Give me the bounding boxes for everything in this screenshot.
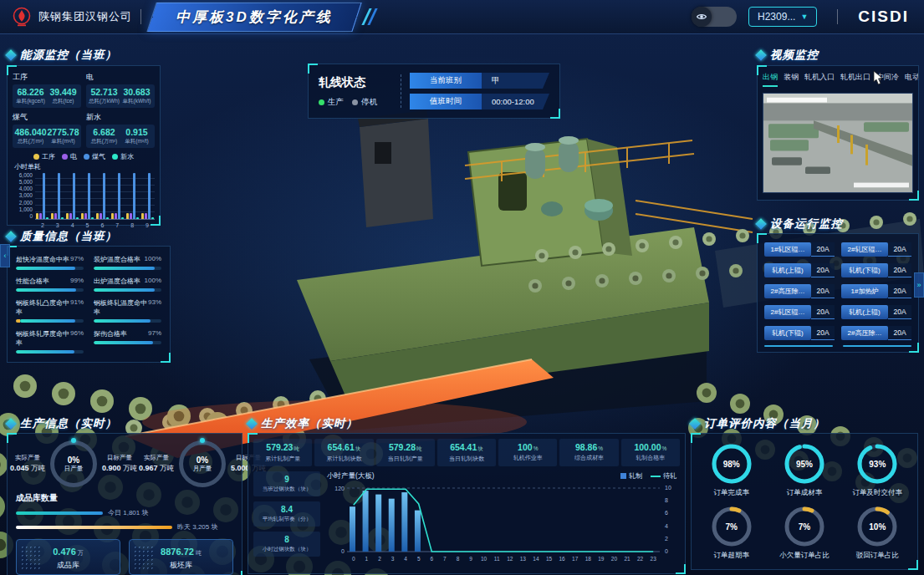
quality-bar xyxy=(94,288,161,292)
equipment-name-chip[interactable]: 轧机(上辊) xyxy=(764,263,811,277)
quality-item: 钢板终轧温度命中率93% xyxy=(94,298,161,323)
equipment-scroll-indicator[interactable] xyxy=(758,343,918,352)
status-row: 当前班别甲 xyxy=(410,73,549,89)
quality-label: 钢板终轧凸度命中率 xyxy=(16,298,70,317)
energy-bar-group: 7 xyxy=(111,172,124,219)
stat-unit: % xyxy=(533,445,539,451)
energy-panel: 能源监控（当班） 工序68.226单耗(kgce/t)39.449总耗(tce)… xyxy=(7,47,161,226)
quality-collapse-tab[interactable]: ‹ xyxy=(0,244,10,267)
chart-legend-item: 轧制 xyxy=(620,471,642,481)
x-tick-label: 9 xyxy=(145,222,149,228)
ring-label: 订单及时交付率 xyxy=(853,488,903,498)
energy-group-name: 新水 xyxy=(86,112,155,123)
line-status-legend: 生产停机 xyxy=(319,97,392,108)
equipment-expand-tab[interactable]: » xyxy=(914,272,924,298)
energy-value: 68.226 xyxy=(14,87,47,97)
bar xyxy=(126,213,129,219)
energy-bar-group: 6 xyxy=(96,172,109,219)
gauge-left-label: 实际产量 xyxy=(138,454,175,462)
stat-unit: 吨 xyxy=(416,445,422,451)
video-tab-装钢[interactable]: 装钢 xyxy=(784,72,799,87)
video-tab-轧机出口[interactable]: 轧机出口 xyxy=(840,72,870,87)
equipment-name-chip[interactable]: 2#高压除… xyxy=(841,326,888,340)
equipment-row: 1#轧区辊…20A2#轧区辊…20A xyxy=(764,242,911,257)
order-ring: 98%订单完成率 xyxy=(697,442,766,498)
energy-unit-label: 总耗(万kWh) xyxy=(88,98,120,105)
cisdi-logo: CISDI xyxy=(858,8,909,26)
bar xyxy=(39,213,42,219)
energy-bar-group: 9 xyxy=(141,172,154,219)
svg-text:2: 2 xyxy=(378,556,381,562)
equipment-name-chip[interactable]: 轧机(下辊) xyxy=(764,326,811,340)
quality-item: 性能合格率99% xyxy=(16,277,84,292)
stat-value: 579.23吨 xyxy=(254,442,311,453)
bar-legend-icon xyxy=(620,473,626,479)
video-tab-出钢[interactable]: 出钢 xyxy=(763,72,778,87)
svg-text:5: 5 xyxy=(417,556,421,562)
equipment-name-chip[interactable]: 轧机(下辊) xyxy=(841,263,888,277)
line-select-dropdown[interactable]: H2309... ▼ xyxy=(748,7,817,27)
equipment-name-chip[interactable]: 1#加热炉 xyxy=(841,284,888,298)
equipment-value: 20A xyxy=(811,242,835,257)
x-tick-label: 4 xyxy=(71,222,74,228)
status-row-label: 值班时间 xyxy=(410,94,482,109)
diamond-icon xyxy=(689,418,701,430)
banner-slashes-decor xyxy=(365,8,374,25)
line-status-panel: 轧线状态 生产停机 当前班别甲值班时间00:00-12:00 xyxy=(308,64,560,119)
order-ring: 10%驳回订单占比 xyxy=(843,505,912,561)
cctv-video-feed[interactable] xyxy=(763,93,913,193)
y-tick-label: 3,000 xyxy=(11,192,33,198)
quality-percent: 96% xyxy=(70,329,84,348)
status-divider xyxy=(401,74,401,108)
equipment-name-chip[interactable]: 2#轧区辊… xyxy=(841,242,888,257)
energy-value: 39.449 xyxy=(47,87,79,97)
equipment-name-chip[interactable]: 2#轧区辊… xyxy=(764,305,811,319)
x-tick-label: 7 xyxy=(115,222,119,228)
bar xyxy=(148,173,151,219)
svg-text:1: 1 xyxy=(365,556,369,562)
energy-unit-label: 单耗(kWh/t) xyxy=(120,98,153,105)
bar xyxy=(43,173,45,219)
equipment-panel-title: 设备运行监控 xyxy=(770,216,843,232)
y-tick-label: 1,000 xyxy=(11,206,33,212)
bar xyxy=(61,217,64,219)
quality-panel-title: 质量信息（当班） xyxy=(20,229,117,244)
quality-label: 探伤合格率 xyxy=(94,329,127,338)
energy-group: 新水6.682总耗(万m³)0.915单耗(m³/t) xyxy=(86,111,155,148)
quality-label: 钢板终轧厚度命中率 xyxy=(16,329,70,348)
stat-value: 100.00% xyxy=(622,442,679,452)
efficiency-stat: 100%轧机作业率 xyxy=(498,439,557,466)
energy-unit-label: 单耗(m³/t) xyxy=(47,138,79,145)
equipment-pair: 2#轧区辊…20A xyxy=(841,242,911,257)
equipment-pair: 1#轧区辊…20A xyxy=(764,242,835,257)
equipment-value: 20A xyxy=(888,326,911,340)
equipment-name-chip[interactable]: 轧机(上辊) xyxy=(841,305,888,319)
bar xyxy=(51,213,54,219)
equipment-name-chip[interactable]: 2#高压除… xyxy=(764,284,811,298)
video-tab-轧机入口[interactable]: 轧机入口 xyxy=(804,72,835,87)
svg-text:10: 10 xyxy=(665,485,671,491)
equipment-name-chip[interactable]: 1#轧区辊… xyxy=(764,242,811,257)
visibility-toggle[interactable] xyxy=(692,7,737,27)
stock-bar-row: 今日 1,801 块 xyxy=(8,506,242,520)
line-status-rows: 当前班别甲值班时间00:00-12:00 xyxy=(410,73,549,109)
video-tab-电动辊道[interactable]: 电动辊道 xyxy=(905,72,918,87)
chart-legend-item: 待轧 xyxy=(651,471,676,481)
energy-bar-group: 2 xyxy=(36,172,48,219)
company-logo: 陕钢集团汉钢公司 xyxy=(0,7,132,27)
diamond-icon xyxy=(5,231,17,242)
svg-text:3: 3 xyxy=(391,556,395,562)
gauge-left-value: 0.045 万吨 xyxy=(9,464,46,474)
svg-text:6: 6 xyxy=(430,556,433,562)
status-legend-item: 生产 xyxy=(319,97,344,108)
quality-percent: 97% xyxy=(148,329,161,338)
stat-unit: % xyxy=(662,445,667,451)
equipment-value: 20A xyxy=(811,263,835,277)
stat-label: 轧机作业率 xyxy=(499,454,556,462)
video-tab-中间冷[interactable]: 中间冷 xyxy=(876,72,899,87)
line-legend-icon xyxy=(651,476,661,477)
svg-text:22: 22 xyxy=(637,556,644,562)
efficiency-panel-title: 生产效率（实时） xyxy=(261,416,358,431)
ring-label: 驳回订单占比 xyxy=(856,551,899,561)
svg-text:12: 12 xyxy=(507,556,513,562)
